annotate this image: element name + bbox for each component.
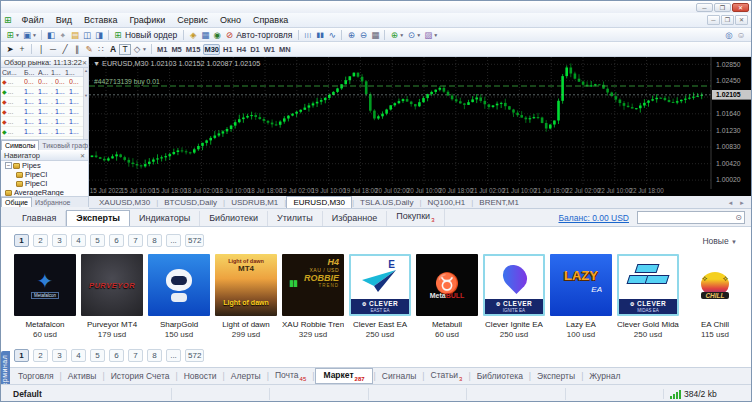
timeframe-button-w1[interactable]: W1 xyxy=(263,44,276,55)
toolbox-tab[interactable]: Покупки3 xyxy=(387,209,444,226)
dropdown-caret-icon[interactable]: ▼ xyxy=(399,32,404,38)
page-button[interactable]: ... xyxy=(166,349,181,362)
product-card[interactable]: E ⚙ CLEVEREAST EA Clever East EA 250 usd xyxy=(349,254,411,340)
menu-item[interactable]: Справка xyxy=(247,15,294,25)
child-close-button[interactable]: ✕ xyxy=(735,15,748,25)
timeframe-button-m30[interactable]: M30 xyxy=(203,44,220,55)
strategy-tester-icon[interactable]: ◨ xyxy=(93,29,105,41)
collapse-toggle-icon[interactable]: − xyxy=(5,162,12,169)
close-button[interactable]: ✕ xyxy=(732,3,749,12)
page-button[interactable]: 2 xyxy=(33,234,48,247)
line-view-icon[interactable]: ∿ xyxy=(326,29,338,41)
menu-item[interactable]: Сервис xyxy=(171,15,214,25)
column-header[interactable]: Си... xyxy=(2,69,24,76)
fibonacci-icon[interactable]: ✎ xyxy=(83,43,95,55)
tree-item[interactable]: PipeCl xyxy=(1,179,88,188)
product-card[interactable]: ⟡⟡CHILL EA Chill 115 usd xyxy=(684,254,746,340)
column-header[interactable]: Б... xyxy=(24,69,38,76)
balance-link[interactable]: Баланс: 0.00 USD xyxy=(558,213,629,226)
child-restore-button[interactable]: ❐ xyxy=(721,15,734,25)
toolbox-tab[interactable]: Утилиты xyxy=(268,211,323,226)
terminal-tab[interactable]: Активы xyxy=(63,370,102,382)
page-button[interactable]: 6 xyxy=(109,349,124,362)
product-card[interactable]: PURVEYOR Purveyor MT4 179 usd xyxy=(81,254,143,340)
terminal-tab[interactable]: Статьи3 xyxy=(426,369,468,383)
price-chart[interactable]: 15 Jul 202215 Jul 10:0015 Jul 18:0018 Ju… xyxy=(89,57,751,196)
dropdown-caret-icon[interactable]: ▼ xyxy=(433,32,438,38)
column-header[interactable]: А... xyxy=(38,69,51,76)
candles-view-icon[interactable]: ▮▮ xyxy=(314,29,326,41)
text-tool-icon[interactable]: A xyxy=(107,43,119,55)
timeframe-button-m5[interactable]: M5 xyxy=(170,44,182,55)
terminal-tab[interactable]: Почта45 xyxy=(270,369,311,383)
vps-icon[interactable]: ▦ xyxy=(199,29,211,41)
symbol-row[interactable]: ◆...1...1....1...1... xyxy=(1,97,88,107)
toolbox-tab[interactable]: Главная xyxy=(13,211,66,226)
product-card[interactable]: SharpGold 150 usd xyxy=(148,254,210,340)
terminal-tab[interactable]: Маркет287 xyxy=(315,368,372,384)
product-card[interactable]: ♉MetaBULL Metabull 60 usd xyxy=(416,254,478,340)
product-card[interactable]: LAZYEA Lazy EA 100 usd xyxy=(550,254,612,340)
navigator-tab[interactable]: Избранное xyxy=(32,197,73,207)
crosshair-icon[interactable]: + xyxy=(16,43,28,55)
dropdown-caret-icon[interactable]: ▼ xyxy=(15,32,20,38)
community-globe-icon[interactable]: ◉ xyxy=(211,29,223,41)
timeframe-button-m1[interactable]: M1 xyxy=(156,44,168,55)
tree-item[interactable]: AverageRange xyxy=(1,188,88,196)
symbol-row[interactable]: ◆...1...1....1...1... xyxy=(1,127,88,137)
new-order-icon[interactable]: ⊞ xyxy=(112,29,124,41)
autotrade-button[interactable]: Авто-торговля xyxy=(236,30,292,40)
timeframe-button-h4[interactable]: H4 xyxy=(236,44,248,55)
toolbox-tab[interactable]: Библиотеки xyxy=(200,211,268,226)
product-card[interactable]: ✦Metafalcon Metafalcon 60 usd xyxy=(14,254,76,340)
product-card[interactable]: ⚙ CLEVERMIDAS EA Clever Gold Midas 250 u… xyxy=(617,254,679,340)
search-icon[interactable]: ◎ xyxy=(723,29,735,41)
page-button[interactable]: 572 xyxy=(185,234,204,247)
vertical-line-icon[interactable]: | xyxy=(35,43,47,55)
page-button[interactable]: 5 xyxy=(90,234,105,247)
toolbox-icon[interactable]: ◫ xyxy=(81,29,93,41)
scrollbar[interactable]: ▲▼ xyxy=(83,68,88,139)
menu-item[interactable]: Вставка xyxy=(78,15,123,25)
terminal-tab[interactable]: История Счета xyxy=(106,370,175,382)
zoom-out-icon[interactable]: ⊖ xyxy=(357,29,369,41)
terminal-tab[interactable]: Журнал xyxy=(584,370,625,382)
chart-tab[interactable]: NQ100,H1 xyxy=(421,197,471,208)
page-button[interactable]: 7 xyxy=(128,349,143,362)
sort-dropdown[interactable]: Новые ▼ xyxy=(702,236,737,246)
menu-item[interactable]: Графики xyxy=(123,15,171,25)
terminal-tab[interactable]: Библиотека xyxy=(472,370,528,382)
page-button[interactable]: 4 xyxy=(71,234,86,247)
timeframe-button-m15[interactable]: M15 xyxy=(185,44,202,55)
dropdown-caret-icon[interactable]: ▼ xyxy=(142,46,147,52)
market-watch-tab[interactable]: Символы xyxy=(1,140,39,150)
column-header[interactable]: 1... xyxy=(65,69,79,76)
navigator-icon[interactable]: ▤ xyxy=(69,29,81,41)
symbol-row[interactable]: ◆...1...1....1...1... xyxy=(1,87,88,97)
toolbox-tab[interactable]: Избранное xyxy=(323,211,388,226)
community-chat-icon[interactable]: ☺ xyxy=(735,29,747,41)
page-button[interactable]: 1 xyxy=(14,349,29,362)
trendline-icon[interactable]: ╱ xyxy=(59,43,71,55)
chart-tab[interactable]: XAUUSD,M30 xyxy=(93,197,156,208)
product-card[interactable]: H4XAU / USDROBBIETREND▮▮ XAU Robbie Tren… xyxy=(282,254,344,340)
label-tool-icon[interactable]: T xyxy=(119,44,131,55)
profile-selector[interactable]: Default xyxy=(1,389,171,399)
page-button[interactable]: 5 xyxy=(90,349,105,362)
minimize-button[interactable]: ─ xyxy=(696,3,713,12)
cursor-icon[interactable]: ➤ xyxy=(4,43,16,55)
page-button[interactable]: 3 xyxy=(52,349,67,362)
toolbox-tab[interactable]: Эксперты xyxy=(66,210,130,226)
tab-scroll-arrows[interactable]: ◄ ► xyxy=(727,200,751,208)
tree-item[interactable]: PipeCl xyxy=(1,170,88,179)
market-watch-tab[interactable]: Тиковый граф xyxy=(39,140,88,150)
child-minimize-button[interactable]: ─ xyxy=(707,15,720,25)
terminal-tab[interactable]: Алерты xyxy=(226,370,266,382)
data-window-icon[interactable]: ⌖ xyxy=(57,29,69,41)
column-header[interactable]: 1... xyxy=(51,69,65,76)
channel-icon[interactable]: ∥ xyxy=(71,43,83,55)
menu-item[interactable]: Файл xyxy=(16,15,50,25)
symbol-row[interactable]: ◆...0...0....0...0... xyxy=(1,77,88,87)
market-watch-table[interactable]: Си...Б...А...1...1... ◆...0...0....0...0… xyxy=(1,68,88,139)
page-button[interactable]: 3 xyxy=(52,234,67,247)
